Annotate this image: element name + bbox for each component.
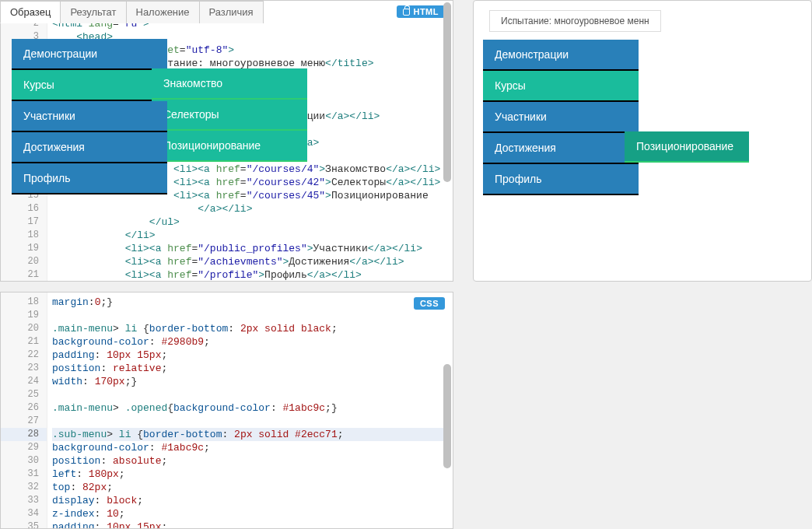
css-editor-pane[interactable]: 181920212223242526272829303132333435 mar… — [0, 292, 453, 529]
html-badge-label: HTML — [413, 7, 439, 16]
menu-item[interactable]: КурсыЗнакомствоСелекторыПозиционирование — [12, 70, 167, 101]
menu-item[interactable]: Профиль — [483, 164, 639, 195]
lock-icon — [403, 9, 410, 16]
menu-item[interactable]: Участники — [12, 101, 167, 132]
menu-item[interactable]: Курсы — [483, 71, 639, 102]
preview-pane: Испытание: многоуровневое менн Демонстра… — [473, 0, 812, 282]
submenu-item[interactable]: Позиционирование — [152, 131, 307, 162]
menu-item[interactable]: Участники — [483, 102, 639, 133]
css-gutter: 181920212223242526272829303132333435 — [1, 293, 47, 528]
html-scrollbar[interactable] — [443, 2, 451, 279]
menu-item[interactable]: Профиль — [12, 163, 167, 194]
tab-Различия[interactable]: Различия — [199, 1, 264, 23]
tab-Результат[interactable]: Результат — [60, 1, 126, 23]
menu-item[interactable]: ДостиженияПозиционирование — [483, 133, 639, 164]
submenu-item[interactable]: Позиционирование — [625, 131, 749, 163]
submenu-item[interactable]: Селекторы — [152, 100, 307, 131]
menu-item[interactable]: Демонстрации — [12, 39, 167, 70]
submenu-item[interactable]: Знакомство — [152, 68, 307, 100]
css-badge-label: CSS — [420, 299, 439, 308]
preview-menu: ДемонстрацииКурсыУчастникиДостиженияПози… — [483, 40, 639, 195]
tab-Наложение[interactable]: Наложение — [126, 1, 200, 23]
css-code-area[interactable]: margin:0;} .main-menu> li {border-bottom… — [47, 293, 453, 528]
css-scrollbar[interactable] — [443, 294, 451, 527]
result-menu: ДемонстрацииКурсыЗнакомствоСелекторыПози… — [12, 39, 167, 194]
preview-title: Испытание: многоуровневое менн — [489, 10, 661, 32]
html-badge: HTML — [397, 5, 445, 18]
css-badge: CSS — [414, 297, 445, 310]
tab-Образец[interactable]: Образец — [0, 1, 61, 23]
menu-item[interactable]: Демонстрации — [483, 40, 639, 71]
menu-item[interactable]: Достижения — [12, 132, 167, 163]
